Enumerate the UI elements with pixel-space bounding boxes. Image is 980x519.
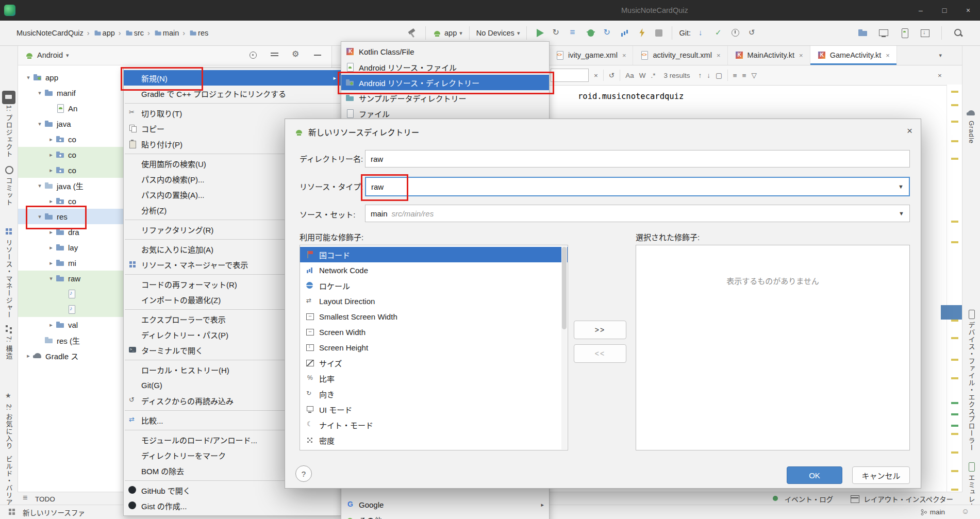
submenu-item[interactable]: Android リソース・ディレクトリー [341,75,549,90]
tree-chevron-icon[interactable] [24,353,33,359]
search-history-icon[interactable]: ↺ [609,71,614,79]
tree-chevron-icon[interactable] [46,136,56,143]
debug-button[interactable] [585,27,597,39]
qualifier-list-item[interactable]: 比率 [300,371,568,386]
context-menu-item[interactable] [124,101,341,105]
git-revert-icon[interactable] [746,27,759,39]
select-in-scope-icon[interactable]: ▢ [716,71,722,79]
directory-name-input[interactable]: raw [365,150,910,168]
search-input[interactable] [551,69,589,82]
search-filter-icon[interactable]: ▽ [752,71,757,79]
editor-tab[interactable]: GameActivity.kt × [810,45,897,65]
qualifier-list-item[interactable]: Smallest Screen Width [300,309,568,324]
chevron-down-icon[interactable]: ▾ [66,52,69,59]
device-selector[interactable]: No Devices▾ [476,29,520,37]
tool-window-button[interactable]: 1: プロジェクト [0,93,18,157]
project-view-selector[interactable]: Android [37,51,63,59]
tool-window-button[interactable]: 2: お気に入り [0,392,18,449]
match-case-toggle[interactable]: Aa [625,72,634,79]
qualifier-list-item[interactable]: 向き [300,386,568,401]
qualifier-list-item[interactable]: 密度 [300,432,568,448]
breadcrumb-item[interactable]: MusicNoteCardQuiz [7,28,84,38]
apply-changes-icon[interactable] [551,27,563,39]
context-menu-item[interactable]: Gist の作成... [124,498,341,513]
submenu-item[interactable]: その他 [341,512,549,519]
breadcrumb-item[interactable]: src [115,28,144,38]
tree-chevron-icon[interactable] [46,198,56,205]
source-set-combobox[interactable]: main src/main/res ▼ [365,205,910,222]
regex-toggle[interactable]: .* [651,72,655,79]
submenu-item[interactable]: サンプルデータディレクトリー [341,90,549,106]
tree-chevron-icon[interactable] [46,229,56,236]
run-button[interactable] [534,27,546,39]
layout-inspector-icon[interactable] [877,27,890,39]
qualifier-list-item[interactable]: Layout Direction [300,293,568,309]
tree-chevron-icon[interactable] [46,244,56,251]
tree-chevron-icon[interactable] [24,74,33,81]
remove-qualifier-button[interactable]: << [574,344,626,363]
git-history-icon[interactable] [729,27,742,39]
editor-error-stripe[interactable] [946,85,962,492]
ok-button[interactable]: OK [787,466,842,484]
maximize-button[interactable]: □ [933,0,956,21]
submenu-item[interactable]: Kotlin Class/File [341,44,549,59]
context-menu-item[interactable]: Gradle で C++ プロジェクトにリンクする [124,86,341,101]
tree-chevron-icon[interactable] [35,213,44,220]
close-tab-icon[interactable]: × [717,52,721,59]
attach-debugger-icon[interactable] [602,27,614,39]
sdk-manager-icon[interactable] [919,27,931,39]
apply-code-changes-icon[interactable] [636,27,648,39]
minimize-button[interactable]: – [909,0,933,21]
tool-window-switcher-icon[interactable] [6,506,19,518]
stop-button[interactable] [653,27,665,39]
tree-chevron-icon[interactable] [46,260,56,266]
event-log-button[interactable]: イベント・ログ [770,493,834,505]
tree-chevron-icon[interactable] [35,121,44,127]
avd-manager-icon[interactable] [898,27,910,39]
editor-tab[interactable]: MainActivity.kt × [728,45,810,65]
run-configuration-selector[interactable]: app▾ [433,28,462,38]
feedback-smiley-icon[interactable] [959,506,972,518]
close-tab-icon[interactable]: × [886,52,890,59]
qualifier-list-item[interactable]: ナイト・モード [300,417,568,432]
git-commit-icon[interactable] [712,27,725,39]
close-find-bar-icon[interactable]: × [938,72,942,79]
git-branch-widget[interactable]: main [920,508,945,516]
hide-panel-icon[interactable] [312,49,324,61]
layout-inspector-button[interactable]: レイアウト・インスペクター [849,493,953,505]
chevron-down-icon[interactable]: ▼ [898,183,904,190]
next-match-icon[interactable]: ↓ [707,72,710,79]
tree-chevron-icon[interactable] [35,182,44,189]
breadcrumb-item[interactable]: main [144,28,179,38]
qualifier-list-item[interactable]: Network Code [300,262,568,278]
filter-options-icon[interactable]: ≡ [742,72,746,79]
tree-chevron-icon[interactable] [46,167,56,174]
tree-chevron-icon[interactable] [35,90,44,96]
resource-type-combobox[interactable]: raw ▼ [365,177,910,196]
add-qualifier-button[interactable]: >> [574,321,626,339]
help-button[interactable]: ? [295,465,312,482]
locate-file-icon[interactable] [247,49,259,61]
breadcrumb-item[interactable]: res [179,28,208,38]
chevron-down-icon[interactable]: ▼ [899,210,904,216]
previous-match-icon[interactable]: ↑ [699,72,702,79]
todo-tool-button[interactable]: TODO [21,493,55,505]
tree-chevron-icon[interactable] [46,322,56,328]
submenu-item[interactable]: Google [341,497,549,512]
close-button[interactable]: × [956,0,980,21]
tool-window-button[interactable]: 7: 構造 [0,324,18,359]
tab-list-chevron-icon[interactable]: ▾ [939,52,942,59]
collapse-all-icon[interactable] [269,49,281,61]
editor-tab[interactable]: activity_result.xml × [633,45,727,65]
build-hammer-icon[interactable] [406,27,419,39]
gear-icon[interactable] [290,49,303,61]
qualifier-list-item[interactable]: ロケール [300,278,568,293]
submenu-item[interactable]: Android リソース・ファイル [341,59,549,75]
tool-window-button[interactable]: デバイス・ファイル・エクスプローラー [962,309,980,451]
tree-chevron-icon[interactable] [46,275,56,282]
dialog-title-bar[interactable]: 新しいリソースディレクトリー [285,119,921,145]
close-tab-icon[interactable]: × [799,52,803,59]
close-tab-icon[interactable]: × [622,52,626,59]
search-everywhere-icon[interactable] [952,27,965,39]
words-toggle[interactable]: W [639,72,646,79]
